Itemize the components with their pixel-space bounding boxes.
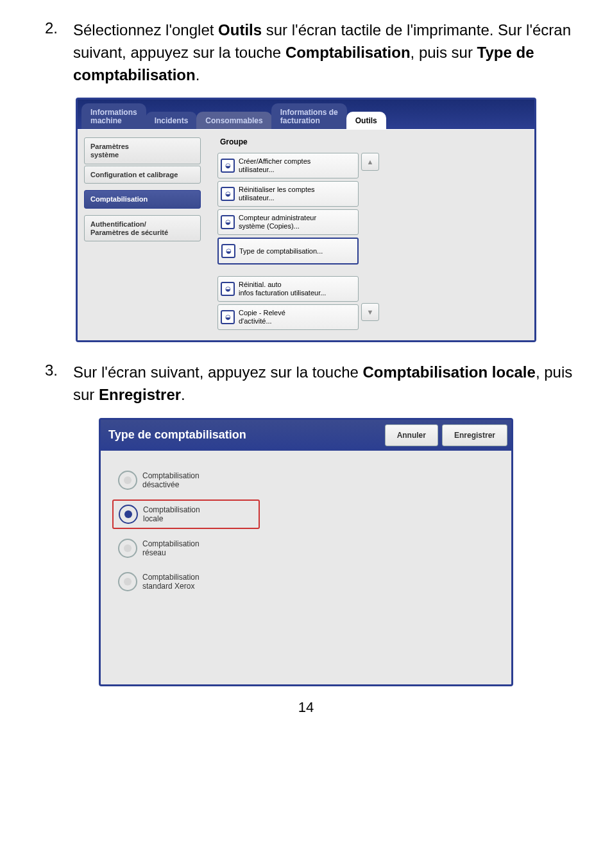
option-xerox[interactable]: Comptabilisation standard Xerox [112,568,259,596]
item-list: ◒ Créer/Afficher comptes utilisateur... … [217,153,359,330]
sidebar-system-params[interactable]: Paramètres système [84,137,201,164]
item-activity-report[interactable]: ◒ Copie - Relevé d'activité... [217,304,359,330]
step2-number: 2. [38,19,58,86]
scroll-up-icon[interactable]: ▲ [361,153,379,171]
item-create-accounts[interactable]: ◒ Créer/Afficher comptes utilisateur... [217,153,359,178]
tab-bar: Informations machine Incidents Consommab… [78,100,534,129]
settings-icon: ◒ [221,187,235,201]
step2-text: Sélectionnez l'onglet Outils sur l'écran… [73,19,574,86]
sidebar-auth[interactable]: Authentification/ Paramètres de sécurité [84,215,201,241]
radio-icon [118,539,137,558]
sidebar-config[interactable]: Configuration et calibrage [84,166,201,184]
settings-icon: ◒ [221,282,235,296]
item-auto-reset[interactable]: ◒ Réinitial. auto infos facturation util… [217,276,359,302]
page-number: 14 [38,699,574,716]
scroll-down-icon[interactable]: ▼ [361,303,379,321]
tab-tools[interactable]: Outils [346,112,386,129]
radio-icon [118,572,137,591]
sidebar-accounting[interactable]: Comptabilisation [84,190,201,209]
step3-text: Sur l'écran suivant, appuyez sur la touc… [73,361,574,406]
panel-title: Type de comptabilisation [105,428,246,442]
step3-number: 3. [38,361,58,406]
item-reset-accounts[interactable]: ◒ Réinitialiser les comptes utilisateur.… [217,181,359,207]
settings-icon: ◒ [221,215,235,229]
option-local[interactable]: Comptabilisation locale [112,499,260,529]
save-button[interactable]: Enregistrer [442,424,507,446]
settings-icon: ◒ [221,159,235,173]
group-label: Groupe [220,137,524,146]
settings-icon: ◒ [221,310,235,324]
tools-panel: Informations machine Incidents Consommab… [76,98,536,342]
item-admin-counter[interactable]: ◒ Compteur administrateur système (Copie… [217,209,359,235]
tab-incidents[interactable]: Incidents [146,112,198,129]
tab-billing-info[interactable]: Informations de facturation [271,103,347,129]
radio-icon [118,471,137,490]
cancel-button[interactable]: Annuler [385,424,438,446]
item-accounting-type[interactable]: ◒ Type de comptabilisation... [217,238,359,265]
option-disabled[interactable]: Comptabilisation désactivée [112,466,259,494]
settings-icon: ◒ [221,244,235,258]
accounting-type-panel: Type de comptabilisation Annuler Enregis… [99,418,513,686]
radio-icon [119,505,138,524]
option-network[interactable]: Comptabilisation réseau [112,534,259,562]
tab-machine-info[interactable]: Informations machine [81,103,146,129]
sidebar: Paramètres système Configuration et cali… [78,130,207,340]
tab-consumables[interactable]: Consommables [196,112,271,129]
